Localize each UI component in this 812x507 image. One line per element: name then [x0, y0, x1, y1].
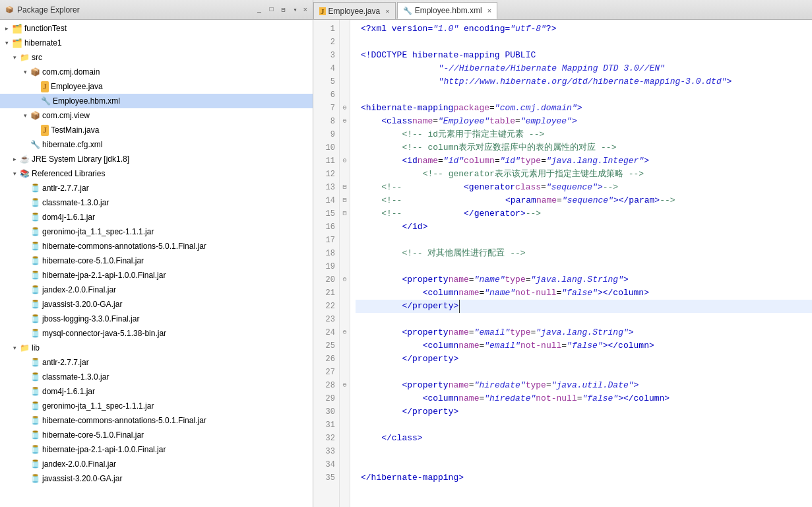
fold-btn-28[interactable]: ⊖: [342, 379, 346, 392]
jar-icon: 🫙: [30, 329, 40, 338]
tree-item-lib-antlr[interactable]: 🫙antlr-2.7.7.jar: [0, 355, 313, 370]
project-icon: 🗂️: [12, 38, 22, 48]
close-panel-btn[interactable]: ×: [301, 6, 309, 14]
code-line-4: "-//Hibernate/Hibernate Mapping DTD 3.0/…: [356, 62, 812, 75]
tree-item-hibernate-cfg[interactable]: 🔧 hibernate.cfg.xml: [0, 137, 313, 152]
tree-item-functionTest[interactable]: 🗂️ functionTest: [0, 21, 313, 36]
tree-item-reflibs[interactable]: 📚 Referenced Libraries: [0, 166, 313, 181]
tab-close-java[interactable]: ×: [385, 7, 389, 15]
code-line-7: <hibernate-mapping package="com.cmj.doma…: [356, 102, 812, 115]
tree-item-lib-dom4j[interactable]: 🫙dom4j-1.6.1.jar: [0, 384, 313, 399]
tree-label: mysql-connector-java-5.1.38-bin.jar: [42, 329, 166, 338]
tree-item-lib-javassist[interactable]: 🫙javassist-3.20.0-GA.jar: [0, 471, 313, 486]
tree-item-lib-geronimo[interactable]: 🫙geronimo-jta_1.1_spec-1.1.1.jar: [0, 399, 313, 413]
tree-item-lib-hjpa[interactable]: 🫙hibernate-jpa-2.1-api-1.0.0.Final.jar: [0, 442, 313, 457]
minimize-btn[interactable]: ⎯: [254, 5, 265, 15]
fold-btn-14[interactable]: ⊟: [342, 194, 346, 207]
package-icon: 📦: [30, 111, 40, 120]
code-line-27: [356, 366, 812, 379]
tree-item-src[interactable]: 📁 src: [0, 50, 313, 65]
tree-label: Referenced Libraries: [32, 169, 105, 178]
expand-arrow[interactable]: [21, 112, 29, 119]
main-container: 📦 Package Explorer ⎯ □ ⊟ ▾ × 🗂️ function…: [0, 0, 812, 507]
tree-label: hibernate-commons-annotations-5.0.1.Fina…: [42, 242, 206, 251]
fold-btn-20[interactable]: ⊖: [342, 273, 346, 287]
fold-btn-8[interactable]: ⊖: [342, 115, 346, 128]
expand-arrow[interactable]: [11, 53, 18, 61]
tree-item-jar-dom4j[interactable]: 🫙dom4j-1.6.1.jar: [0, 210, 313, 224]
jar-icon: 🫙: [30, 227, 40, 236]
tree-item-jar-antlr[interactable]: 🫙antlr-2.7.7.jar: [0, 181, 313, 195]
tree-label: TestMain.java: [51, 125, 99, 135]
tree-item-jre[interactable]: ☕ JRE System Library [jdk1.8]: [0, 152, 313, 166]
line-numbers: 12345 678910 1112131415 1617181920 21222…: [313, 20, 340, 507]
jar-icon: 🫙: [30, 300, 40, 309]
tree-item-testmain[interactable]: J TestMain.java: [0, 123, 313, 137]
fold-btn-15[interactable]: ⊟: [342, 207, 346, 220]
tree-item-employee-java[interactable]: J Employee.java: [0, 79, 313, 94]
code-line-10: <!-- column表示对应数据库中的表的属性的对应 -->: [356, 141, 812, 154]
tree-item-jar-geronimo[interactable]: 🫙geronimo-jta_1.1_spec-1.1.1.jar: [0, 224, 313, 239]
tree-label: antlr-2.7.7.jar: [42, 184, 89, 193]
expand-arrow[interactable]: [3, 24, 11, 32]
folder-icon: 📁: [20, 343, 30, 353]
expand-arrow[interactable]: [11, 344, 18, 352]
fold-btn-7[interactable]: ⊖: [342, 102, 346, 115]
tree-item-jar-hcore[interactable]: 🫙hibernate-core-5.1.0.Final.jar: [0, 254, 313, 268]
tree-item-employee-xml[interactable]: 🔧 Employee.hbm.xml: [0, 94, 313, 108]
expand-arrow[interactable]: [11, 155, 18, 163]
tree-label: hibernate-core-5.1.0.Final.jar: [42, 256, 144, 265]
tree-item-lib-classmate[interactable]: 🫙classmate-1.3.0.jar: [0, 370, 313, 384]
tab-employee-xml[interactable]: 🔧 Employee.hbm.xml ×: [397, 2, 497, 19]
tree-item-jar-mysql[interactable]: 🫙mysql-connector-java-5.1.38-bin.jar: [0, 326, 313, 341]
code-line-34: [356, 458, 812, 471]
jar-icon: 🫙: [30, 372, 40, 382]
tree-item-view[interactable]: 📦 com.cmj.view: [0, 108, 313, 123]
jar-icon: 🫙: [30, 401, 40, 411]
code-line-16: </id>: [356, 220, 812, 234]
code-line-17: [356, 234, 812, 247]
tab-employee-java[interactable]: J Employee.java ×: [313, 2, 396, 19]
jar-icon: 🫙: [30, 184, 40, 193]
view-menu-btn[interactable]: ▾: [290, 5, 300, 15]
tree-item-lib-jandex[interactable]: 🫙jandex-2.0.0.Final.jar: [0, 457, 313, 471]
tree-item-jar-jandex[interactable]: 🫙jandex-2.0.0.Final.jar: [0, 283, 313, 297]
reflib-icon: 📚: [20, 169, 30, 178]
tree-item-hibernate1[interactable]: 🗂️ hibernate1: [0, 36, 313, 50]
tree-item-jar-javassist[interactable]: 🫙javassist-3.20.0-GA.jar: [0, 297, 313, 312]
code-line-8: <class name="Employee" table="employee">: [356, 115, 812, 128]
jar-icon: 🫙: [30, 445, 40, 454]
tree-item-domain[interactable]: 📦 com.cmj.domain: [0, 65, 313, 79]
fold-btn-11[interactable]: ⊖: [342, 154, 346, 168]
code-line-1: <?xml version="1.0" encoding="utf-8"?>: [356, 22, 812, 36]
fold-btn-13[interactable]: ⊟: [342, 181, 346, 194]
jar-icon: 🫙: [30, 358, 40, 367]
code-line-24: <property name="email" type="java.lang.S…: [356, 326, 812, 339]
code-line-35: </hibernate-mapping>: [356, 471, 812, 485]
tree-item-jar-jboss[interactable]: 🫙jboss-logging-3.3.0.Final.jar: [0, 312, 313, 326]
code-editor[interactable]: 12345 678910 1112131415 1617181920 21222…: [313, 20, 812, 507]
tree-item-jar-classmate[interactable]: 🫙classmate-1.3.0.jar: [0, 195, 313, 210]
tree-label: lib: [32, 343, 40, 353]
maximize-btn[interactable]: □: [266, 5, 276, 15]
collapse-btn[interactable]: ⊟: [278, 5, 288, 15]
jar-icon: 🫙: [30, 416, 40, 425]
tree-item-lib-hcore[interactable]: 🫙hibernate-core-5.1.0.Final.jar: [0, 428, 313, 442]
tab-close-xml[interactable]: ×: [487, 7, 491, 15]
tree-label: hibernate-commons-annotations-5.0.1.Fina…: [42, 416, 206, 425]
expand-arrow[interactable]: [11, 170, 18, 178]
code-line-20: <property name="name" type="java.lang.St…: [356, 273, 812, 287]
code-line-12: <!-- generator表示该元素用于指定主键生成策略 -->: [356, 168, 812, 181]
code-content[interactable]: <?xml version="1.0" encoding="utf-8"?> <…: [350, 20, 812, 507]
tree-label: jboss-logging-3.3.0.Final.jar: [42, 314, 139, 323]
tab-bar: J Employee.java × 🔧 Employee.hbm.xml ×: [313, 0, 812, 20]
tree-item-jar-hca[interactable]: 🫙hibernate-commons-annotations-5.0.1.Fin…: [0, 239, 313, 254]
tree-label: classmate-1.3.0.jar: [42, 198, 109, 207]
tree-item-lib[interactable]: 📁 lib: [0, 341, 313, 355]
tree-container: 🗂️ functionTest 🗂️ hibernate1 📁 src 📦 co…: [0, 20, 313, 507]
fold-btn-24[interactable]: ⊖: [342, 326, 346, 339]
expand-arrow[interactable]: [21, 68, 29, 76]
expand-arrow[interactable]: [3, 39, 11, 47]
tree-item-jar-hjpa[interactable]: 🫙hibernate-jpa-2.1-api-1.0.0.Final.jar: [0, 268, 313, 283]
tree-item-lib-hca[interactable]: 🫙hibernate-commons-annotations-5.0.1.Fin…: [0, 413, 313, 428]
